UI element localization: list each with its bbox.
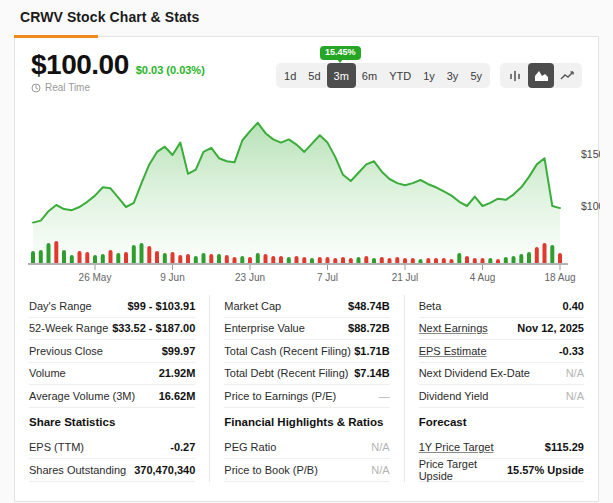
section-header: Share Statistics — [29, 408, 195, 437]
stat-row: Total Cash (Recent Filing)$1.71B — [224, 340, 389, 363]
price-block: $100.00 $0.03 (0.03%) Real Time — [31, 49, 205, 93]
stat-row: Beta0.40 — [419, 295, 584, 318]
stat-label: Enterprise Value — [224, 322, 305, 334]
stat-label: EPS (TTM) — [29, 441, 84, 453]
stat-value: -0.33 — [559, 345, 584, 357]
x-tick-label: 7 Jul — [317, 272, 338, 283]
stat-row: Enterprise Value$88.72B — [224, 318, 389, 341]
range-button-1d[interactable]: 1d — [278, 65, 302, 86]
range-button-3m[interactable]: 3m — [327, 63, 356, 88]
stat-row: 1Y Price Target$115.29 — [419, 437, 584, 460]
stat-label: Dividend Yield — [419, 390, 489, 402]
page-title: CRWV Stock Chart & Stats — [0, 0, 613, 25]
stat-label: Beta — [419, 300, 442, 312]
x-tick-label: 23 Jun — [235, 272, 265, 283]
realtime-label: Real Time — [45, 82, 90, 93]
stat-row: Previous Close$99.97 — [29, 340, 195, 363]
stat-row: Average Volume (3M)16.62M — [29, 385, 195, 408]
stat-value: -0.27 — [170, 441, 195, 453]
stat-row: EPS Estimate-0.33 — [419, 340, 584, 363]
stat-label: Day's Range — [29, 300, 92, 312]
stat-row: Volume21.92M — [29, 363, 195, 386]
stat-value: N/A — [371, 464, 389, 476]
stat-label: Market Cap — [224, 300, 281, 312]
y-axis-label: $150 — [581, 148, 600, 160]
stat-value: $33.52 - $187.00 — [112, 322, 195, 334]
stat-label: Volume — [29, 367, 66, 379]
stat-value: $99.97 — [162, 345, 196, 357]
stat-label: Total Cash (Recent Filing) — [224, 345, 351, 357]
stat-value: 370,470,340 — [134, 464, 195, 476]
stat-label: Price to Book (P/B) — [224, 464, 318, 476]
range-button-3y[interactable]: 3y — [441, 65, 465, 86]
stat-value: $48.74B — [348, 300, 390, 312]
current-price: $100.00 — [31, 49, 129, 81]
range-button-5d[interactable]: 5d — [302, 65, 326, 86]
stat-label: Next Dividend Ex-Date — [419, 367, 530, 379]
stat-row: Market Cap$48.74B — [224, 295, 389, 318]
stat-label: Average Volume (3M) — [29, 390, 135, 402]
stat-value: N/A — [566, 367, 584, 379]
stat-row: EPS (TTM)-0.27 — [29, 437, 195, 460]
stat-value: 21.92M — [159, 367, 196, 379]
range-selector: 15.45% 1d5d3m6mYTD1y3y5y — [276, 63, 490, 88]
stat-value: N/A — [566, 390, 584, 402]
stats-table: Day's Range$99 - $103.9152-Week Range$33… — [15, 295, 598, 482]
stat-value: $115.29 — [545, 441, 584, 453]
selected-range-badge: 15.45% — [320, 46, 361, 60]
stat-value: $99 - $103.91 — [127, 300, 195, 312]
price-change: $0.03 (0.03%) — [136, 64, 205, 76]
x-tick-label: 9 Jun — [160, 272, 184, 283]
chart-type-bars-button[interactable] — [502, 65, 528, 86]
price-chart[interactable]: 26 May9 Jun23 Jun7 Jul21 Jul4 Aug18 Aug$… — [15, 110, 598, 289]
x-tick-label: 21 Jul — [392, 272, 419, 283]
stat-row: PEG RatioN/A — [224, 437, 389, 460]
stat-label: Shares Outstanding — [29, 464, 126, 476]
stat-row: Price Target Upside15.57% Upside — [419, 459, 584, 482]
stat-row: Price to Earnings (P/E)— — [224, 385, 389, 408]
range-button-6m[interactable]: 6m — [356, 65, 383, 86]
stat-value: $88.72B — [348, 322, 390, 334]
stat-value: N/A — [371, 441, 389, 453]
stat-label-link[interactable]: EPS Estimate — [419, 345, 487, 357]
stats-column: Day's Range$99 - $103.9152-Week Range$33… — [15, 295, 209, 482]
stat-value: Nov 12, 2025 — [517, 322, 584, 334]
stat-row: Total Debt (Recent Filing)$7.14B — [224, 363, 389, 386]
y-axis-label: $100 — [581, 200, 600, 212]
x-tick-label: 26 May — [79, 272, 112, 283]
stat-label: Previous Close — [29, 345, 103, 357]
chart-toolbar: 15.45% 1d5d3m6mYTD1y3y5y — [276, 63, 582, 88]
chart-type-area-button[interactable] — [528, 63, 554, 88]
stat-value: $1.71B — [354, 345, 389, 357]
range-button-ytd[interactable]: YTD — [383, 65, 417, 86]
line-icon — [560, 69, 575, 82]
quote-header: $100.00 $0.03 (0.03%) Real Time 15.45% 1… — [15, 37, 598, 93]
stock-card: $100.00 $0.03 (0.03%) Real Time 15.45% 1… — [14, 36, 599, 502]
x-tick-label: 18 Aug — [544, 272, 575, 283]
stats-column: Beta0.40Next EarningsNov 12, 2025EPS Est… — [404, 295, 598, 482]
stat-value: 15.57% Upside — [507, 464, 584, 476]
range-button-1y[interactable]: 1y — [417, 65, 441, 86]
stat-label: PEG Ratio — [224, 441, 276, 453]
stat-value: — — [379, 390, 390, 402]
bars-icon — [508, 69, 522, 83]
range-button-5y[interactable]: 5y — [464, 65, 488, 86]
stat-value: $7.14B — [354, 367, 389, 379]
stats-column: Market Cap$48.74BEnterprise Value$88.72B… — [209, 295, 403, 482]
stat-value: 0.40 — [563, 300, 584, 312]
stat-row: Next Dividend Ex-DateN/A — [419, 363, 584, 386]
stat-label-link[interactable]: 1Y Price Target — [419, 441, 494, 453]
section-header: Forecast — [419, 408, 584, 437]
stat-row: Dividend YieldN/A — [419, 385, 584, 408]
stat-label: 52-Week Range — [29, 322, 108, 334]
stat-value: 16.62M — [159, 390, 196, 402]
accent-bar — [14, 35, 98, 38]
chart-type-selector — [500, 63, 582, 88]
stat-label-link[interactable]: Next Earnings — [419, 322, 488, 334]
chart-type-line-button[interactable] — [554, 65, 580, 86]
section-header: Financial Highlights & Ratios — [224, 408, 389, 437]
stat-row: Shares Outstanding370,470,340 — [29, 459, 195, 482]
stat-row: Price to Book (P/B)N/A — [224, 459, 389, 482]
stat-label: Total Debt (Recent Filing) — [224, 367, 348, 379]
clock-icon — [31, 83, 41, 93]
